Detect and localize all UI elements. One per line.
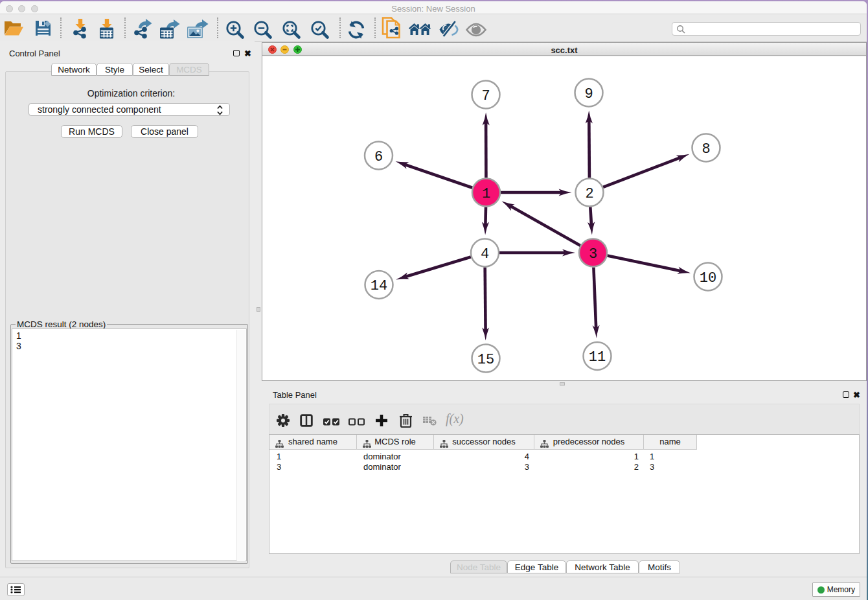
svg-text:3: 3 bbox=[589, 246, 597, 262]
svg-text:15: 15 bbox=[477, 352, 494, 368]
svg-text:11: 11 bbox=[589, 349, 606, 365]
svg-text:2: 2 bbox=[585, 186, 593, 202]
svg-text:7: 7 bbox=[481, 88, 490, 104]
svg-text:14: 14 bbox=[371, 278, 387, 294]
svg-text:10: 10 bbox=[700, 270, 716, 286]
svg-text:4: 4 bbox=[481, 246, 489, 262]
svg-text:6: 6 bbox=[374, 149, 383, 165]
svg-text:8: 8 bbox=[702, 141, 710, 157]
svg-text:1: 1 bbox=[482, 186, 490, 202]
svg-text:9: 9 bbox=[584, 86, 593, 102]
